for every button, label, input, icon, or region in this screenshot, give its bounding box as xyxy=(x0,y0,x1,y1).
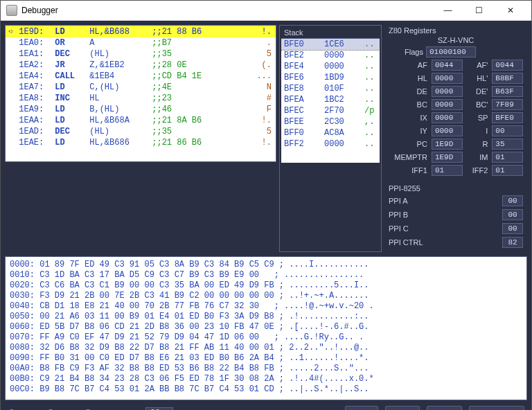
reg-label: AF' xyxy=(467,61,488,69)
maximize-button[interactable]: ☐ xyxy=(463,1,495,20)
reg-label: IFF1 xyxy=(389,166,427,175)
ppi-label: PPI A xyxy=(389,197,408,205)
reg-value[interactable]: 0000 xyxy=(432,125,463,136)
disasm-row[interactable]: 1EA1:DEC(HL);;355 xyxy=(6,48,276,60)
stack-panel[interactable]: Stack BFE01CE6..BFE20000..BFE40000..BFE6… xyxy=(279,25,382,252)
stack-row[interactable]: BFF0AC8A.. xyxy=(281,127,380,139)
reg-value[interactable]: 1E9D xyxy=(432,139,463,150)
reg-value[interactable]: 0000 xyxy=(432,112,463,123)
run-button[interactable]: Run xyxy=(345,406,378,410)
reg-value[interactable]: 7F89 xyxy=(492,99,523,110)
reg-value[interactable]: BFE0 xyxy=(492,112,523,123)
reg-label: I xyxy=(467,127,488,135)
ppi-label: PPI CTRL xyxy=(389,238,423,247)
reg-label: IX xyxy=(389,114,427,122)
stack-row[interactable]: BFF20000.. xyxy=(281,139,380,150)
stack-row[interactable]: BFE40000.. xyxy=(281,61,380,72)
disasm-row[interactable]: 1EA4:CALL&1EB4;;CD B4 1E... xyxy=(6,71,276,82)
reg-label: IM xyxy=(467,153,488,161)
reg-value[interactable]: 0044 xyxy=(492,60,523,71)
reg-value[interactable]: 01 xyxy=(492,165,523,176)
reg-label: HL' xyxy=(467,74,488,82)
memory-hex-view[interactable]: 0000: 01 89 7F ED 49 C3 91 05 C3 8A B9 C… xyxy=(5,256,527,400)
debugger-window: Debugger — ☐ ✕ ➪1E9D:LDHL,&B688;;21 88 B… xyxy=(0,0,532,410)
reg-value[interactable]: 35 xyxy=(492,139,523,150)
disasm-row[interactable]: 1EAE:LDHL,&B686;;21 86 B6!. xyxy=(6,137,276,148)
reg-value[interactable]: 0000 xyxy=(432,99,463,110)
minimize-button[interactable]: — xyxy=(432,1,463,20)
registers-panel: Z80 Registers SZ-H-VNC Flags 01000100 AF… xyxy=(384,25,527,252)
stack-row[interactable]: BFE8010F.. xyxy=(281,83,380,94)
flag-legend: SZ-H-VNC xyxy=(389,36,523,44)
content-area: ➪1E9D:LDHL,&B688;;21 88 B6!.1EA0:ORA;;B7… xyxy=(1,21,531,410)
reg-label: PC xyxy=(389,140,427,148)
bank-combo[interactable]: C0 xyxy=(145,407,173,410)
reg-label: DE' xyxy=(467,87,488,96)
reg-value[interactable]: B63F xyxy=(492,86,523,97)
ppi-value[interactable]: 82 xyxy=(502,237,523,248)
reg-value[interactable]: 01 xyxy=(432,165,463,176)
ppi-value[interactable]: 00 xyxy=(502,195,523,206)
stepover-button[interactable]: Step Over xyxy=(469,406,524,410)
reg-label: DE xyxy=(389,87,427,96)
reg-value[interactable]: 1E9D xyxy=(432,152,463,163)
stack-header: Stack xyxy=(281,27,380,38)
reg-label: HL xyxy=(389,74,427,82)
flags-value[interactable]: 01000100 xyxy=(426,46,476,57)
reg-value[interactable]: 0000 xyxy=(432,73,463,84)
disassembly-panel[interactable]: ➪1E9D:LDHL,&B688;;21 88 B6!.1EA0:ORA;;B7… xyxy=(5,25,276,162)
reg-label: BC xyxy=(389,100,427,109)
disasm-row[interactable]: 1EAD:DEC(HL);;355 xyxy=(6,126,276,137)
step-button[interactable]: Step xyxy=(427,406,462,410)
reg-value[interactable]: 01 xyxy=(492,152,523,163)
disasm-row[interactable]: ➪1E9D:LDHL,&B688;;21 88 B6!. xyxy=(6,26,276,37)
ppi-label: PPI C xyxy=(389,224,409,233)
reg-value[interactable]: 0044 xyxy=(432,60,463,71)
reg-label: IFF2 xyxy=(467,166,488,175)
stack-row[interactable]: BFE61BD9.. xyxy=(281,72,380,83)
reg-label: R xyxy=(467,140,488,148)
reg-value[interactable]: 0000 xyxy=(432,86,463,97)
titlebar[interactable]: Debugger — ☐ ✕ xyxy=(1,1,531,21)
ppi-title: PPI-8255 xyxy=(389,184,523,193)
stack-row[interactable]: BFEA1BC2.. xyxy=(281,94,380,105)
controls-row: Read Write Any Bank: C0 Run Stop Step St… xyxy=(1,402,531,410)
ppi-value[interactable]: 00 xyxy=(502,223,523,234)
window-title: Debugger xyxy=(21,6,432,15)
stack-row[interactable]: BFEC2F70/p xyxy=(281,105,380,116)
disasm-row[interactable]: 1EA2:JRZ,&1EB2;;28 0E(. xyxy=(6,60,276,71)
stop-button[interactable]: Stop xyxy=(385,406,420,410)
reg-label: BC' xyxy=(467,100,488,109)
disasm-row[interactable]: 1EA8:INCHL;;23# xyxy=(6,93,276,104)
reg-value[interactable]: 00 xyxy=(492,125,523,136)
reg-label: AF xyxy=(389,61,427,69)
reg-value[interactable]: B8BF xyxy=(492,73,523,84)
close-button[interactable]: ✕ xyxy=(495,1,526,20)
regs-title: Z80 Registers xyxy=(389,26,523,35)
disasm-row[interactable]: 1EA7:LDC,(HL);;4EN xyxy=(6,82,276,93)
disasm-row[interactable]: 1EAA:LDHL,&B68A;;21 8A B6!. xyxy=(6,115,276,126)
ppi-label: PPI B xyxy=(389,211,408,219)
stack-row[interactable]: BFE20000.. xyxy=(281,50,380,61)
reg-label: IY xyxy=(389,127,427,135)
stack-row[interactable]: BFE01CE6.. xyxy=(281,39,380,50)
disasm-row[interactable]: 1EA9:LDB,(HL);;46F xyxy=(6,104,276,115)
flags-label: Flags xyxy=(389,48,423,56)
stack-row[interactable]: BFEE2C30,. xyxy=(281,116,380,127)
reg-label: MEMPTR xyxy=(389,153,427,161)
ppi-value[interactable]: 00 xyxy=(502,209,523,220)
disasm-row[interactable]: 1EA0:ORA;;B7. xyxy=(6,37,276,48)
reg-label: SP xyxy=(467,114,488,122)
app-icon xyxy=(6,5,17,16)
